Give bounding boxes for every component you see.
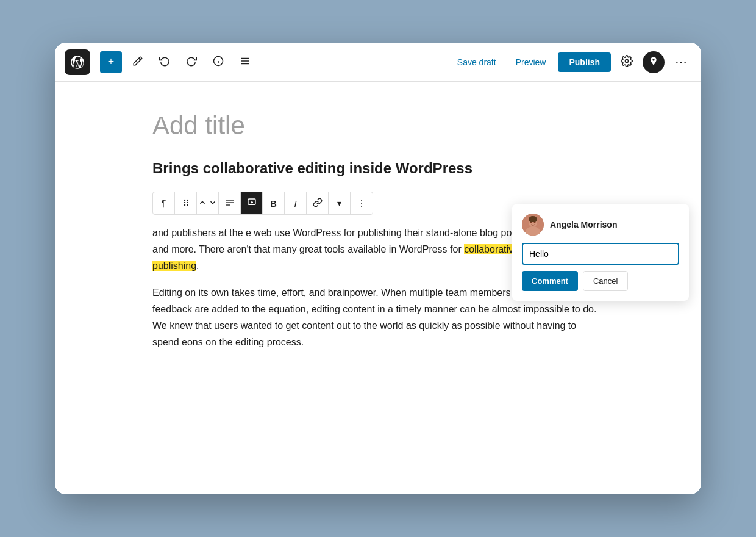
block-toolbar: ¶ ⠿ [152,192,373,215]
comment-insert-button[interactable] [241,192,263,214]
avatar-image [522,214,544,236]
more-options-button[interactable]: ⋯ [669,51,691,73]
edit-button[interactable] [127,51,149,73]
bold-button[interactable]: B [263,192,285,214]
save-draft-button[interactable]: Save draft [450,52,504,72]
overflow-icon: ⋮ [357,198,366,208]
undo-icon [159,56,170,69]
paragraph-icon: ¶ [162,198,166,208]
text-period: . [196,261,199,271]
comment-cancel-button[interactable]: Cancel [583,271,628,291]
settings-button[interactable] [616,51,638,73]
text-prefix: and publishers at the [152,228,246,238]
plus-icon: + [108,56,115,68]
pencil-icon [132,56,143,69]
comment-submit-button[interactable]: Comment [522,271,578,291]
info-button[interactable] [207,51,229,73]
comment-action-buttons: Comment Cancel [522,271,679,291]
redo-button[interactable] [180,51,202,73]
italic-button[interactable]: I [285,192,307,214]
add-block-button[interactable]: + [100,51,122,73]
drag-icon: ⠿ [183,198,189,208]
align-button[interactable] [219,192,241,214]
publish-button[interactable]: Publish [558,52,611,72]
link-icon [313,198,323,209]
block-options-button[interactable]: ⋮ [351,192,373,214]
collaboration-button[interactable] [643,51,665,73]
info-icon [213,56,224,69]
structure-button[interactable] [234,51,256,73]
browser-window: + [55,43,701,494]
comment-icon [247,198,257,209]
svg-point-6 [626,59,629,62]
more-icon: ⋯ [675,55,686,70]
list-icon [240,56,251,69]
move-icon [198,198,218,209]
wp-logo[interactable] [65,49,90,75]
align-icon [225,198,235,209]
map-pin-icon [649,56,658,68]
paragraph-type-button[interactable]: ¶ [153,192,175,214]
comment-user-info: Angela Morrison [522,214,679,236]
undo-button[interactable] [154,51,176,73]
editor-content-area: Add title Brings collaborative editing i… [55,82,701,494]
chevron-down-icon: ▾ [337,198,341,208]
user-avatar [522,214,544,236]
redo-icon [186,56,197,69]
gear-icon [621,55,633,70]
wordpress-icon [70,54,85,70]
post-title-field[interactable]: Add title [152,111,604,140]
italic-icon: I [294,198,296,209]
link-button[interactable] [307,192,329,214]
drag-handle-button[interactable]: ⠿ [175,192,197,214]
editor-toolbar: + [55,43,701,82]
user-name-label: Angela Morrison [550,220,617,229]
comment-popup: Angela Morrison Comment Cancel [512,204,689,301]
bold-icon: B [270,198,277,209]
post-heading[interactable]: Brings collaborative editing inside Word… [152,160,604,177]
move-button[interactable] [197,192,219,214]
preview-button[interactable]: Preview [508,52,554,72]
more-formatting-button[interactable]: ▾ [329,192,351,214]
comment-text-input[interactable] [522,243,679,265]
